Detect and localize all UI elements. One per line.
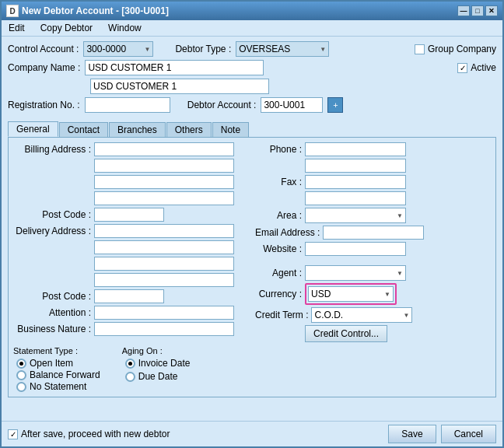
delivery-address-input1[interactable] (94, 224, 234, 238)
currency-value: USD (311, 289, 331, 299)
area-dropdown[interactable]: ▼ (305, 208, 406, 223)
menu-bar: Edit Copy Debtor Window (2, 20, 502, 37)
area-label: Area : (255, 210, 302, 221)
maximize-button[interactable]: □ (471, 5, 484, 16)
window-title: New Debtor Account - [300-U001] (22, 5, 169, 16)
tabs-container: General Contact Branches Others Note Bil… (8, 118, 496, 397)
cancel-button[interactable]: Cancel (441, 425, 496, 443)
tab-note[interactable]: Note (212, 122, 249, 137)
billing-address-input3[interactable] (94, 175, 234, 189)
footer-buttons: Save Cancel (388, 425, 496, 443)
credit-term-arrow-icon: ▼ (404, 312, 410, 319)
billing-address-input4[interactable] (94, 191, 234, 205)
credit-control-row: Credit Control... (255, 325, 491, 342)
delivery-address-input2[interactable] (94, 240, 234, 254)
currency-row: Currency : USD ▼ (255, 283, 491, 305)
aging-due-date-label: Due Date (138, 371, 178, 382)
tab-general[interactable]: General (8, 121, 58, 137)
phone-row1: Phone : (255, 142, 491, 156)
currency-highlight-border: USD ▼ (305, 283, 397, 305)
debtor-account-input[interactable] (261, 97, 323, 113)
delivery-address-row1: Delivery Address : (13, 224, 249, 238)
post-code-input[interactable] (94, 208, 164, 222)
fax-input1[interactable] (305, 175, 406, 189)
email-label: Email Address : (255, 227, 320, 238)
row-reg-no: Registration No. : Debtor Account : + (8, 97, 496, 113)
fax-input2[interactable] (305, 191, 406, 205)
billing-address-row4 (13, 191, 249, 205)
email-input[interactable] (323, 226, 424, 240)
phone-input1[interactable] (305, 142, 406, 156)
title-buttons[interactable]: — □ ✕ (457, 5, 498, 16)
currency-dropdown[interactable]: USD ▼ (308, 286, 394, 302)
radio-due-date[interactable] (125, 372, 135, 382)
form-left: Billing Address : (13, 142, 249, 342)
statement-type-group: Statement Type : Open Item Balance Forwa… (13, 345, 100, 392)
window-icon: D (6, 5, 19, 17)
statement-type-label: Statement Type : (13, 346, 78, 355)
website-row: Website : (255, 242, 491, 256)
post-code2-row: Post Code : (13, 289, 249, 303)
radio-invoice-date[interactable] (125, 359, 135, 369)
save-button[interactable]: Save (388, 425, 436, 443)
form-content: Control Account : 300-0000 ▼ Debtor Type… (2, 37, 502, 421)
delivery-address-input3[interactable] (94, 257, 234, 271)
credit-term-dropdown[interactable]: C.O.D. ▼ (311, 307, 412, 323)
group-company-row: Group Company (415, 44, 496, 54)
agent-arrow-icon: ▼ (397, 270, 403, 277)
control-account-dropdown[interactable]: 300-0000 ▼ (83, 41, 153, 57)
statement-balance-forward-label: Balance Forward (30, 369, 100, 380)
delivery-address-label: Delivery Address : (13, 226, 91, 236)
business-nature-row: Business Nature : (13, 322, 249, 336)
radio-no-statement[interactable] (16, 382, 26, 392)
radio-open-item[interactable] (16, 359, 26, 369)
debtor-type-arrow-icon: ▼ (320, 46, 326, 53)
area-row: Area : ▼ (255, 208, 491, 223)
agent-dropdown[interactable]: ▼ (305, 265, 406, 281)
website-input[interactable] (305, 242, 406, 256)
tab-branches[interactable]: Branches (109, 122, 166, 137)
main-window: D New Debtor Account - [300-U001] — □ ✕ … (0, 0, 504, 448)
menu-copy-debtor[interactable]: Copy Debtor (38, 22, 95, 34)
billing-address-input2[interactable] (94, 159, 234, 173)
debtor-account-add-button[interactable]: + (327, 97, 343, 113)
menu-edit[interactable]: Edit (6, 22, 27, 34)
debtor-type-dropdown[interactable]: OVERSEAS ▼ (236, 41, 329, 57)
area-arrow-icon: ▼ (397, 212, 403, 219)
active-checkbox[interactable] (457, 63, 467, 73)
statement-balance-forward-row: Balance Forward (16, 369, 100, 380)
minimize-button[interactable]: — (457, 5, 470, 16)
aging-invoice-date-label: Invoice Date (138, 358, 191, 369)
attention-label: Attention : (13, 307, 91, 318)
after-save-checkbox[interactable] (8, 429, 18, 439)
active-row: Active (457, 62, 496, 73)
attention-row: Attention : (13, 306, 249, 320)
credit-control-button[interactable]: Credit Control... (305, 325, 387, 342)
statement-no-statement-label: No Statement (30, 381, 86, 392)
company-name-label: Company Name : (8, 62, 80, 73)
phone-input2[interactable] (305, 159, 406, 173)
bottom-section: Statement Type : Open Item Balance Forwa… (13, 345, 491, 392)
reg-no-input[interactable] (85, 97, 170, 113)
tab-contact[interactable]: Contact (59, 122, 108, 137)
group-company-checkbox[interactable] (415, 44, 425, 54)
control-account-value: 300-0000 (86, 44, 126, 54)
website-label: Website : (255, 243, 302, 254)
tab-others[interactable]: Others (166, 122, 212, 137)
statement-no-statement-row: No Statement (16, 381, 100, 392)
billing-address-input1[interactable] (94, 142, 234, 156)
debtor-account-label: Debtor Account : (187, 100, 257, 110)
group-company-label: Group Company (428, 44, 496, 54)
billing-address-row3 (13, 175, 249, 189)
menu-window[interactable]: Window (106, 22, 144, 34)
business-nature-input[interactable] (94, 322, 234, 336)
company-name-input1[interactable] (85, 60, 264, 75)
delivery-address-input4[interactable] (94, 273, 234, 287)
post-code2-label: Post Code : (13, 291, 91, 302)
fax-row1: Fax : (255, 175, 491, 189)
close-button[interactable]: ✕ (485, 5, 498, 16)
attention-input[interactable] (94, 306, 234, 320)
radio-balance-forward[interactable] (16, 370, 26, 380)
company-name-input2[interactable] (90, 79, 269, 94)
post-code2-input[interactable] (94, 289, 164, 303)
